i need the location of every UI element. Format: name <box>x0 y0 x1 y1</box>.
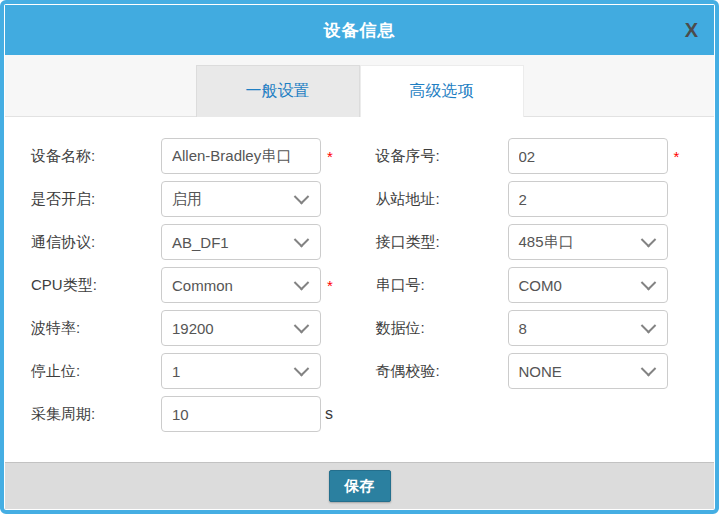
slave-address-label: 从站地址: <box>376 190 508 209</box>
cpu-type-selected-value: Common <box>172 277 233 294</box>
protocol-label: 通信协议: <box>31 233 161 252</box>
dialog-header: 设备信息 X <box>5 5 714 55</box>
data-bits-row: 数据位:8 <box>376 310 697 346</box>
interface-type-select[interactable]: 485串口 <box>508 224 668 260</box>
parity-select[interactable]: NONE <box>508 353 668 389</box>
interface-type-row: 接口类型:485串口 <box>376 224 697 260</box>
device-name-input[interactable] <box>161 138 321 174</box>
serial-port-selected-value: COM0 <box>519 277 562 294</box>
stop-bits-select[interactable]: 1 <box>161 353 321 389</box>
stop-bits-selected-value: 1 <box>172 363 180 380</box>
chevron-down-icon <box>640 274 656 290</box>
collect-period-label: 采集周期: <box>31 405 161 424</box>
collect-period-unit: s <box>325 405 333 423</box>
stop-bits-row: 停止位:1 <box>31 353 364 389</box>
protocol-selected-value: AB_DF1 <box>172 234 229 251</box>
tab-general-settings[interactable]: 一般设置 <box>196 65 360 117</box>
cpu-type-label: CPU类型: <box>31 276 161 295</box>
data-bits-select[interactable]: 8 <box>508 310 668 346</box>
device-serial-input[interactable] <box>508 138 668 174</box>
required-asterisk: * <box>674 148 680 165</box>
data-bits-label: 数据位: <box>376 319 508 338</box>
baud-rate-select[interactable]: 19200 <box>161 310 321 346</box>
close-icon[interactable]: X <box>685 20 698 40</box>
protocol-select[interactable]: AB_DF1 <box>161 224 321 260</box>
enable-status-selected-value: 启用 <box>172 190 202 209</box>
interface-type-selected-value: 485串口 <box>519 233 574 252</box>
device-name-label: 设备名称: <box>31 147 161 166</box>
cpu-type-row: CPU类型:Common* <box>31 267 364 303</box>
device-serial-row: 设备序号:* <box>376 138 697 174</box>
serial-port-select[interactable]: COM0 <box>508 267 668 303</box>
cpu-type-select[interactable]: Common <box>161 267 321 303</box>
collect-period-input[interactable] <box>161 396 321 432</box>
dialog-footer: 保存 <box>5 462 714 509</box>
protocol-row: 通信协议:AB_DF1 <box>31 224 364 260</box>
device-serial-label: 设备序号: <box>376 147 508 166</box>
chevron-down-icon <box>294 274 310 290</box>
enable-status-label: 是否开启: <box>31 190 161 209</box>
dialog-title: 设备信息 <box>324 19 396 42</box>
chevron-down-icon <box>294 231 310 247</box>
baud-rate-label: 波特率: <box>31 319 161 338</box>
parity-label: 奇偶校验: <box>376 362 508 381</box>
form-column-left: 设备名称:*是否开启:启用通信协议:AB_DF1CPU类型:Common*波特率… <box>31 138 364 439</box>
stop-bits-label: 停止位: <box>31 362 161 381</box>
chevron-down-icon <box>294 317 310 333</box>
tab-advanced-options[interactable]: 高级选项 <box>360 65 524 117</box>
serial-port-row: 串口号:COM0 <box>376 267 697 303</box>
save-button[interactable]: 保存 <box>329 470 391 502</box>
parity-row: 奇偶校验:NONE <box>376 353 697 389</box>
chevron-down-icon <box>640 360 656 376</box>
slave-address-row: 从站地址: <box>376 181 697 217</box>
data-bits-selected-value: 8 <box>519 320 527 337</box>
form-column-right: 设备序号:*从站地址:接口类型:485串口串口号:COM0数据位:8奇偶校验:N… <box>364 138 697 439</box>
interface-type-label: 接口类型: <box>376 233 508 252</box>
tab-bar: 一般设置 高级选项 <box>5 55 714 117</box>
required-asterisk: * <box>327 148 333 165</box>
enable-status-select[interactable]: 启用 <box>161 181 321 217</box>
general-settings-form: 设备名称:*是否开启:启用通信协议:AB_DF1CPU类型:Common*波特率… <box>5 117 714 462</box>
chevron-down-icon <box>294 360 310 376</box>
collect-period-row: 采集周期:s <box>31 396 364 432</box>
parity-selected-value: NONE <box>519 363 562 380</box>
chevron-down-icon <box>640 231 656 247</box>
device-name-row: 设备名称:* <box>31 138 364 174</box>
baud-rate-row: 波特率:19200 <box>31 310 364 346</box>
chevron-down-icon <box>294 188 310 204</box>
device-info-dialog: 设备信息 X 一般设置 高级选项 设备名称:*是否开启:启用通信协议:AB_DF… <box>0 0 719 514</box>
slave-address-input[interactable] <box>508 181 668 217</box>
baud-rate-selected-value: 19200 <box>172 320 214 337</box>
required-asterisk: * <box>327 277 333 294</box>
enable-status-row: 是否开启:启用 <box>31 181 364 217</box>
chevron-down-icon <box>640 317 656 333</box>
serial-port-label: 串口号: <box>376 276 508 295</box>
